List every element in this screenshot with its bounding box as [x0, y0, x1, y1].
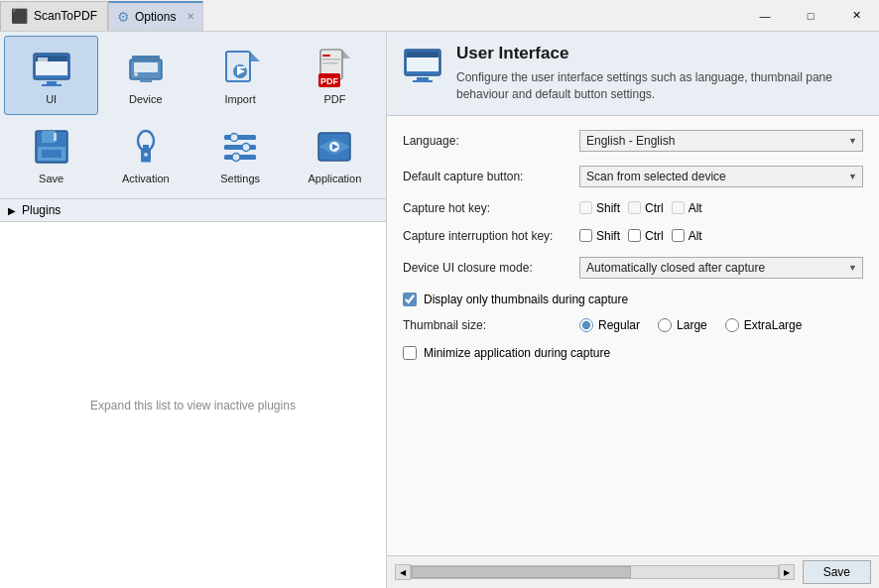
tab-close-icon[interactable]: ✕ [187, 11, 194, 22]
activation-label: Activation [122, 173, 170, 184]
default-capture-label: Default capture button: [403, 170, 571, 183]
svg-rect-47 [407, 52, 439, 58]
sidebar-item-ui[interactable]: UI [4, 36, 98, 115]
default-capture-row: Default capture button: Scan from select… [403, 166, 863, 187]
plugins-header[interactable]: ▶ Plugins [0, 199, 386, 222]
svg-rect-21 [322, 59, 340, 60]
interrupt-shift-item: Shift [579, 229, 620, 243]
horizontal-scrollbar: ◀ ▶ [395, 564, 795, 580]
capture-hotkey-label: Capture hot key: [403, 201, 571, 215]
language-control: English - English [579, 130, 863, 152]
device-ui-control: Automatically closed after capture [579, 257, 863, 279]
hotkey-shift-label: Shift [596, 201, 620, 215]
interrupt-alt-label: Alt [689, 229, 702, 243]
icon-grid: UI Device [0, 32, 386, 199]
sidebar-item-device[interactable]: Device [98, 36, 192, 115]
svg-rect-35 [224, 135, 256, 140]
svg-rect-20 [322, 55, 330, 57]
svg-point-38 [230, 134, 238, 142]
sidebar-item-import[interactable]: Import [193, 36, 288, 115]
svg-rect-48 [417, 77, 429, 80]
interrupt-shift-label: Shift [596, 229, 620, 243]
interrupt-alt-item: Alt [672, 229, 702, 243]
scroll-track[interactable] [411, 565, 779, 579]
application-icon [313, 125, 356, 169]
main-container: UI Device [0, 32, 879, 588]
svg-rect-7 [132, 56, 160, 61]
left-panel: UI Device [0, 32, 387, 588]
app-tab[interactable]: ⬛ ScanToPDF [0, 1, 108, 31]
radio-regular-input[interactable] [579, 318, 593, 332]
minimize-button[interactable]: — [742, 0, 788, 32]
import-icon [218, 46, 262, 89]
radio-extralarge: ExtraLarge [725, 318, 803, 332]
svg-rect-5 [42, 84, 62, 86]
svg-point-9 [134, 72, 138, 76]
scroll-right-arrow[interactable]: ▶ [779, 564, 795, 580]
panel-description: Configure the user interface settings su… [456, 69, 863, 103]
capture-interrupt-row: Capture interruption hot key: Shift Ctrl [403, 229, 863, 243]
close-button[interactable]: ✕ [833, 0, 879, 32]
radio-regular-label: Regular [598, 318, 640, 332]
options-tab-label: Options [135, 10, 176, 24]
device-ui-select[interactable]: Automatically closed after capture [579, 257, 863, 279]
thumbnail-size-control: Regular Large ExtraLarge [579, 318, 863, 332]
device-icon [124, 46, 168, 89]
sidebar-item-pdf[interactable]: PDF PDF [288, 36, 382, 115]
radio-large: Large [658, 318, 707, 332]
interrupt-ctrl-checkbox[interactable] [628, 229, 641, 242]
thumbnail-radio-group: Regular Large ExtraLarge [579, 318, 863, 332]
thumbnail-size-row: Thumbnail size: Regular Large [403, 318, 863, 332]
minimize-checkbox[interactable] [403, 346, 417, 360]
svg-text:PDF: PDF [320, 76, 339, 86]
sidebar-item-save[interactable]: Save [4, 115, 98, 194]
interrupt-hotkey-group: Shift Ctrl Alt [579, 229, 863, 243]
hotkey-ctrl-item: Ctrl [628, 201, 664, 215]
sidebar-item-settings[interactable]: Settings [193, 115, 288, 194]
sidebar-item-activation[interactable]: Activation [98, 115, 192, 194]
plugins-arrow-icon: ▶ [8, 205, 16, 216]
right-header: User Interface Configure the user interf… [387, 32, 879, 116]
svg-rect-36 [224, 145, 256, 150]
ui-icon [30, 46, 73, 89]
thumbnail-size-label: Thumbnail size: [403, 318, 571, 332]
hotkey-alt-checkbox[interactable] [672, 201, 685, 214]
language-select[interactable]: English - English [579, 130, 863, 152]
hotkey-shift-checkbox[interactable] [579, 201, 592, 214]
svg-rect-32 [143, 145, 149, 151]
svg-rect-8 [134, 62, 158, 72]
svg-rect-29 [42, 150, 62, 158]
default-capture-select[interactable]: Scan from selected device [579, 166, 863, 187]
hotkey-shift-item: Shift [579, 201, 620, 215]
radio-extralarge-input[interactable] [725, 318, 739, 332]
maximize-button[interactable]: □ [788, 0, 833, 32]
pdf-label: PDF [323, 93, 345, 105]
radio-extralarge-label: ExtraLarge [744, 318, 803, 332]
svg-rect-22 [322, 62, 338, 64]
settings-icon [218, 125, 262, 169]
hotkey-ctrl-checkbox[interactable] [628, 201, 641, 214]
device-ui-row: Device UI closure mode: Automatically cl… [403, 257, 863, 279]
interrupt-alt-checkbox[interactable] [672, 229, 685, 242]
radio-large-input[interactable] [658, 318, 672, 332]
scroll-left-arrow[interactable]: ◀ [395, 564, 411, 580]
capture-interrupt-label: Capture interruption hot key: [403, 229, 571, 243]
svg-rect-3 [38, 58, 48, 61]
minimize-checkbox-row: Minimize application during capture [403, 346, 863, 360]
svg-rect-27 [54, 133, 57, 141]
hotkey-ctrl-label: Ctrl [645, 201, 664, 215]
hotkey-alt-item: Alt [672, 201, 702, 215]
save-button[interactable]: Save [803, 560, 871, 584]
radio-large-label: Large [677, 318, 707, 332]
right-panel: User Interface Configure the user interf… [387, 32, 879, 588]
save-icon [30, 125, 73, 169]
activation-icon [124, 125, 168, 169]
options-tab[interactable]: ⚙ Options ✕ [108, 1, 203, 31]
sidebar-item-application[interactable]: Application [288, 115, 382, 194]
svg-rect-49 [413, 80, 433, 82]
capture-hotkey-control: Shift Ctrl Alt [579, 201, 863, 215]
interrupt-shift-checkbox[interactable] [579, 229, 592, 242]
svg-rect-4 [47, 81, 57, 84]
device-ui-label: Device UI closure mode: [403, 261, 571, 275]
thumbnails-checkbox[interactable] [403, 293, 417, 306]
